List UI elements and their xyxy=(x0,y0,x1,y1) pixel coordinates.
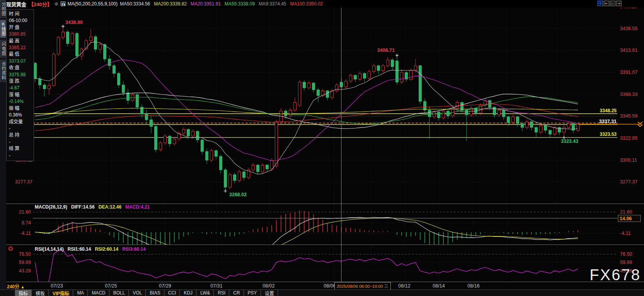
info-label: 时 间 xyxy=(9,11,34,17)
info-label: 收 盘 xyxy=(9,65,34,71)
info-value: 3385.22 xyxy=(9,44,34,51)
sidebar-tab-2[interactable]: K线图 xyxy=(0,20,6,38)
quote-info-panel: 时 间06-10:00开 盘3380.85最 高3385.22最 低3373.0… xyxy=(6,9,34,161)
bottom-tab-11[interactable]: LW& xyxy=(196,290,214,296)
bottom-tab-1[interactable]: 指标 xyxy=(15,290,32,296)
svg-text:-4.11: -4.11 xyxy=(20,231,31,236)
svg-text:07/23: 07/23 xyxy=(51,283,63,289)
ma-line-MA20 xyxy=(35,60,578,161)
svg-text:3438.80: 3438.80 xyxy=(65,20,83,25)
info-value: 3375.98 xyxy=(9,72,34,78)
period-tag: 【240分】 xyxy=(29,0,52,8)
info-value: -0.14% xyxy=(9,98,34,105)
bottom-tab-8[interactable]: BIAS xyxy=(146,290,164,296)
left-sidebar: 分时图K线图闪电图合约资料 xyxy=(0,0,6,296)
info-label: 开 盘 xyxy=(9,24,34,31)
svg-text:76.50: 76.50 xyxy=(620,252,632,257)
svg-text:3323.53: 3323.53 xyxy=(600,132,617,137)
svg-text:3413.81: 3413.81 xyxy=(620,48,637,53)
indicator-value: RSI3:60.14 xyxy=(122,246,146,252)
bottom-tab-14[interactable]: PSY xyxy=(244,290,261,296)
symbol-title: 现货黄金 xyxy=(6,0,26,8)
watermark: FX678 xyxy=(589,266,641,284)
ma-value: MA100:3350.02 xyxy=(290,1,323,7)
candle-chart-icon[interactable] xyxy=(61,2,65,6)
info-label: 涨 跌 xyxy=(9,78,34,85)
svg-text:8.74: 8.74 xyxy=(22,220,31,226)
fit-left-icon[interactable]: ⇤ xyxy=(604,1,609,6)
bottom-tab-10[interactable]: KDJ xyxy=(180,290,196,296)
svg-text:-4.11: -4.11 xyxy=(620,231,631,236)
gridlines xyxy=(33,7,617,282)
macd-header: MACD(26,12,9)DIFF:14.56DEA:12.46MACD:4.2… xyxy=(35,204,153,210)
info-label: 总 持 xyxy=(9,132,34,139)
info-value: - xyxy=(9,152,34,159)
bottom-tab-5[interactable]: MACD xyxy=(88,290,109,296)
info-label: 最 高 xyxy=(9,38,34,44)
alert-lines: 3348.253323.53 xyxy=(33,108,617,138)
ma-line-MA50 xyxy=(35,93,578,129)
svg-text:3345.59: 3345.59 xyxy=(620,113,637,119)
rsi-alert-icon[interactable] xyxy=(9,246,13,251)
info-label: 涨 幅 xyxy=(9,92,34,98)
crosshair-date-tooltip: 2025/08/06 06:00~10:00 三 xyxy=(334,282,391,290)
svg-text:08/06: 08/06 xyxy=(324,283,336,289)
svg-text:3348.25: 3348.25 xyxy=(600,108,617,113)
bottom-tab-2[interactable]: 模板 xyxy=(32,290,49,296)
circle-plus-icon[interactable]: ⊕ xyxy=(55,1,58,7)
svg-text:3277.37: 3277.37 xyxy=(15,179,32,185)
svg-text:08/12: 08/12 xyxy=(398,283,410,289)
rsi-header: RSI(14,14,14)RSI1:60.14RSI2:60.14RSI3:60… xyxy=(35,246,150,252)
period-selector[interactable]: 240分 ▲ xyxy=(7,283,24,289)
ma-value: MA9:3374.45 xyxy=(259,1,286,7)
info-value: -4.67 xyxy=(9,85,34,91)
ma-lines xyxy=(35,42,578,174)
indicator-value: RSI2:60.14 xyxy=(95,246,118,252)
ma-values: MA50:3334.56MA200:3339.82MA20:3351.91MA5… xyxy=(120,1,327,7)
svg-text:3408.71: 3408.71 xyxy=(377,48,395,53)
info-value: 3380.85 xyxy=(9,31,34,38)
sidebar-tab-3[interactable]: 闪电图 xyxy=(0,40,6,58)
svg-text:07/29: 07/29 xyxy=(159,283,171,289)
bottom-tab-9[interactable]: CCI xyxy=(164,290,180,296)
svg-text:3368.33: 3368.33 xyxy=(620,92,637,97)
svg-text:21.60: 21.60 xyxy=(620,209,632,215)
svg-text:3322.85: 3322.85 xyxy=(620,135,637,141)
ma-line-MA100 xyxy=(35,104,578,131)
info-value: 3373.07 xyxy=(9,58,34,65)
svg-text:3268.02: 3268.02 xyxy=(229,192,247,197)
svg-text:3277.37: 3277.37 xyxy=(620,179,637,185)
indicator-tab-bar: 指标模板VIP指标MAMACDBOLLVOLBIASCCIKDJLW&RSICR… xyxy=(0,289,644,296)
sidebar-tab-4[interactable]: 合约资料 xyxy=(0,60,6,82)
bottom-tab-13[interactable]: CR xyxy=(229,290,244,296)
trading-app: 分时图K线图闪电图合约资料 现货黄金 【240分】 ⊕ MA(50,200,20… xyxy=(0,0,644,296)
bottom-tab-15[interactable]: 设置 xyxy=(261,290,278,296)
ma-line-MA9 xyxy=(35,42,578,174)
macd-badge: 14.06 xyxy=(620,216,632,221)
svg-text:59.89: 59.89 xyxy=(19,260,31,265)
indicator-value: RSI1:60.14 xyxy=(68,246,91,252)
bottom-tab-6[interactable]: BOLL xyxy=(109,290,129,296)
svg-text:3391.07: 3391.07 xyxy=(620,70,637,75)
sidebar-tab-1[interactable]: 分时图 xyxy=(0,0,6,18)
pan-right-icon[interactable]: ⇥ xyxy=(616,1,622,6)
info-value: - xyxy=(9,139,34,145)
top-bar: 现货黄金 【240分】 ⊕ MA(50,200,20,55,9,100) MA5… xyxy=(6,0,644,8)
crosshair-grid-icon[interactable]: ✛ xyxy=(598,1,603,6)
info-label: 振 幅 xyxy=(9,105,34,112)
svg-text:76.50: 76.50 xyxy=(19,252,31,257)
bottom-tab-7[interactable]: VOL xyxy=(129,290,146,296)
ma-value: MA20:3351.91 xyxy=(191,1,221,7)
bottom-tab-12[interactable]: RSI xyxy=(214,290,229,296)
play-right-icon[interactable]: ▷ xyxy=(610,1,615,6)
date-axis: 07/2307/2507/2907/3108/0208/0608/1208/14… xyxy=(51,283,479,289)
svg-text:43.28: 43.28 xyxy=(19,268,31,274)
svg-text:3300.11: 3300.11 xyxy=(620,157,637,163)
bottom-tab-4[interactable]: MA xyxy=(73,290,88,296)
info-value: 0.36% xyxy=(9,112,34,118)
svg-text:07/25: 07/25 xyxy=(105,283,117,289)
info-label: 结 算 xyxy=(9,145,34,152)
ma-line-MA55 xyxy=(35,97,578,124)
svg-text:08/16: 08/16 xyxy=(467,283,479,289)
bottom-tab-3[interactable]: VIP指标 xyxy=(49,290,73,296)
